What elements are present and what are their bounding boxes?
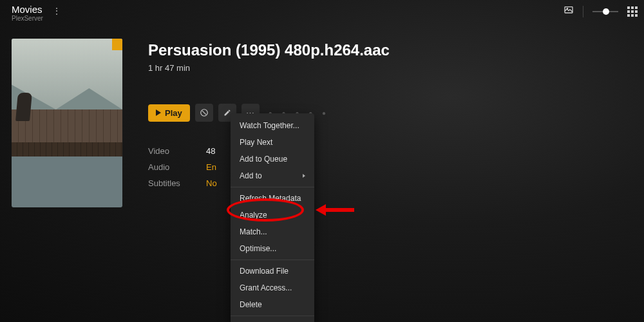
- library-title[interactable]: Movies: [12, 4, 43, 15]
- menu-refresh-metadata[interactable]: Refresh Metadata: [231, 190, 314, 207]
- artwork-icon[interactable]: [564, 5, 574, 18]
- menu-separator: [231, 316, 314, 316]
- play-icon: [156, 109, 161, 116]
- meta-audio-label: Audio: [148, 162, 206, 172]
- play-label: Play: [165, 108, 182, 118]
- meta-subs-label: Subtitles: [148, 178, 206, 188]
- menu-add-queue[interactable]: Add to Queue: [231, 151, 314, 167]
- menu-separator: [231, 187, 314, 187]
- menu-play-next[interactable]: Play Next: [231, 134, 314, 151]
- svg-point-1: [567, 8, 567, 9]
- menu-separator: [231, 260, 314, 260]
- unwatched-badge: [112, 39, 122, 50]
- mark-watched-button[interactable]: [195, 104, 213, 122]
- menu-add-to[interactable]: Add to: [231, 167, 314, 184]
- menu-delete[interactable]: Delete: [231, 296, 314, 313]
- zoom-slider[interactable]: [592, 11, 618, 12]
- meta-video-label: Video: [148, 146, 206, 156]
- play-button[interactable]: Play: [148, 104, 190, 122]
- movie-title: Persuasion (1995) 480p.h264.aac: [148, 41, 631, 59]
- grid-view-icon[interactable]: [627, 6, 638, 17]
- menu-download[interactable]: Download File: [231, 263, 314, 279]
- menu-grant-access[interactable]: Grant Access...: [231, 279, 314, 296]
- context-menu: Watch Together... Play Next Add to Queue…: [231, 113, 314, 322]
- menu-analyze[interactable]: Analyze: [231, 207, 314, 223]
- movie-poster[interactable]: [12, 39, 122, 207]
- menu-optimise[interactable]: Optimise...: [231, 240, 314, 257]
- server-name: PlexServer: [12, 15, 43, 22]
- chevron-right-icon: [303, 174, 305, 178]
- divider: [583, 6, 583, 17]
- menu-match[interactable]: Match...: [231, 223, 314, 240]
- menu-watch-together[interactable]: Watch Together...: [231, 117, 314, 134]
- menu-view-history[interactable]: View Play History: [231, 319, 314, 322]
- movie-duration: 1 hr 47 min: [148, 63, 631, 73]
- library-more-icon[interactable]: ⋮: [52, 6, 61, 16]
